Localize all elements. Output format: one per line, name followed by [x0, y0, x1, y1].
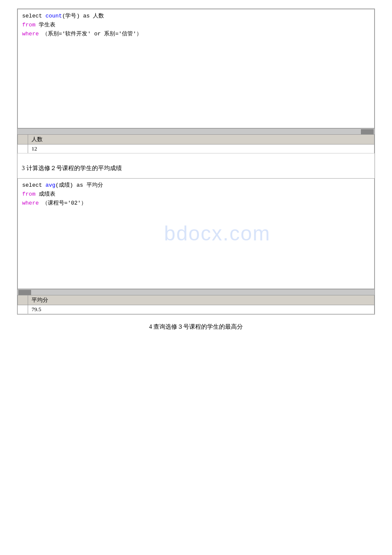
sql2-from: from: [22, 191, 35, 197]
sql1-line1: select count(学号) as 人数: [22, 12, 370, 21]
section4-title: 4 查询选修３号课程的学生的最高分: [17, 323, 375, 331]
result2-row-num-cell: [18, 305, 28, 314]
result1-table-area: 人数 12: [17, 134, 375, 153]
result1-row: 12: [18, 145, 375, 153]
watermark: bdocx.com: [164, 217, 271, 250]
query1-wrapper: select count(学号) as 人数 from 学生表 where （系…: [17, 9, 375, 153]
query1-scrollbar-thumb[interactable]: [361, 129, 374, 134]
section2-title: 3 计算选修２号课程的学生的平均成绩: [17, 160, 375, 174]
sql2-line1: select avg(成绩) as 平均分: [22, 181, 370, 190]
sql1-condition: [39, 31, 42, 37]
result2-value-cell: 79.5: [28, 305, 375, 314]
result2-row: 79.5: [18, 305, 375, 314]
query2-box: select avg(成绩) as 平均分 from 成绩表 where （课程…: [17, 178, 375, 289]
result1-table: 人数 12: [17, 134, 375, 153]
query2-scrollbar[interactable]: [17, 289, 375, 295]
sql1-cond-text: （系别='软件开发' or 系别='信管'）: [42, 31, 142, 37]
result1-col-header: 人数: [28, 135, 375, 145]
result2-row-num-header: [18, 295, 28, 305]
sql1-line2: from 学生表: [22, 21, 370, 30]
result1-value-cell: 12: [28, 145, 375, 153]
sql1-table: 学生表: [35, 22, 55, 28]
sql1-alias: as 人数: [80, 13, 104, 19]
sql2-where: where: [22, 200, 39, 206]
sql2-cond-text: （课程号='02'）: [42, 200, 86, 206]
sql2-arg: (成绩): [55, 182, 73, 188]
sql2-alias: as 平均分: [73, 182, 103, 188]
result2-table: 平均分 79.5: [17, 295, 375, 314]
sql1-where: where: [22, 31, 39, 37]
sql2-line3: where （课程号='02'）: [22, 199, 370, 208]
result2-col-header: 平均分: [28, 295, 375, 305]
query2-wrapper: select avg(成绩) as 平均分 from 成绩表 where （课程…: [17, 178, 375, 314]
sql1-select: select: [22, 13, 42, 19]
main-panel: select count(学号) as 人数 from 学生表 where （系…: [17, 9, 375, 315]
query1-scrollbar[interactable]: [17, 128, 375, 134]
sql1-line3: where （系别='软件开发' or 系别='信管'）: [22, 30, 370, 39]
query1-box: select count(学号) as 人数 from 学生表 where （系…: [17, 9, 375, 128]
sql2-avg-func: avg: [46, 182, 55, 188]
sql1-count-func: count: [46, 13, 62, 19]
sql2-line2: from 成绩表: [22, 190, 370, 199]
sql1-from: from: [22, 22, 35, 28]
result1-row-num-cell: [18, 145, 28, 153]
sql2-select: select: [22, 182, 42, 188]
page-container: select count(学号) as 人数 from 学生表 where （系…: [0, 0, 392, 555]
query2-scrollbar-thumb[interactable]: [18, 290, 31, 295]
result1-row-num-header: [18, 135, 28, 145]
sql1-arg: (学号): [62, 13, 80, 19]
sql2-table: 成绩表: [35, 191, 55, 197]
result2-table-area: 平均分 79.5: [17, 295, 375, 314]
